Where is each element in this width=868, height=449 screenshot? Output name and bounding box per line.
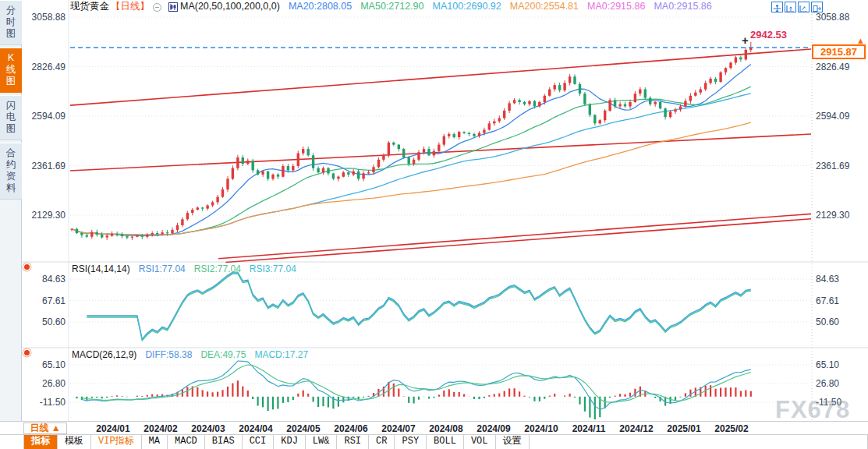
toolbar-item-LW&[interactable]: LW& bbox=[306, 435, 338, 449]
rsi-value-label: RSI2:77.04 bbox=[194, 263, 241, 274]
month-label: 2024/07 bbox=[377, 423, 420, 434]
axis-label: 26.80 bbox=[23, 378, 66, 389]
ma-values: MA20:2808.05MA50:2712.90MA100:2690.92MA2… bbox=[289, 1, 721, 12]
toolbar-item-模板[interactable]: 模板 bbox=[58, 435, 91, 449]
ma-value-label: MA0:2915.86 bbox=[654, 1, 711, 12]
macd-pane-header: MACD(26,12,9) DIFF:58.38DEA:49.75MACD:17… bbox=[72, 349, 317, 359]
rsi-value-label: RSI3:77.04 bbox=[250, 263, 296, 274]
gold-chart-app: 分时图K线图闪电图合约资料 现货黄金 【日线】 MA(20,50,100,200… bbox=[0, 0, 868, 449]
collapse-icon[interactable] bbox=[153, 3, 161, 12]
toolbar-item-RSI[interactable]: RSI bbox=[337, 435, 369, 449]
month-label: 2024/11 bbox=[567, 423, 611, 434]
scale-right-icon[interactable] bbox=[798, 2, 810, 12]
toolbar-filler bbox=[530, 435, 868, 449]
axis-label: 67.61 bbox=[816, 295, 839, 306]
macd-value-label: MACD:17.27 bbox=[254, 349, 308, 360]
last-price-marker: 2915.87 bbox=[812, 44, 866, 59]
price-up-arrow-icon: ▲ bbox=[856, 36, 865, 45]
axis-label: 2594.09 bbox=[23, 111, 66, 122]
axis-label: 50.60 bbox=[816, 316, 839, 327]
side-tab-2[interactable]: 闪电图 bbox=[0, 95, 22, 140]
left-tab-strip: 分时图K线图闪电图合约资料 bbox=[0, 0, 22, 421]
macd-value-label: DIFF:58.38 bbox=[145, 349, 192, 360]
time-axis: 日线 ▲ 2024/012024/022024/032024/042024/05… bbox=[0, 421, 868, 434]
rsi-indicator-sun-icon[interactable] bbox=[24, 264, 30, 270]
macd-settings-label: MACD(26,12,9) bbox=[72, 349, 136, 360]
axis-label: 2361.69 bbox=[23, 161, 66, 171]
axis-label: 67.61 bbox=[23, 295, 66, 306]
month-label: 2024/01 bbox=[91, 423, 135, 434]
pan-right-icon[interactable] bbox=[811, 2, 823, 12]
rsi-settings-label: RSI(14,14,14) bbox=[72, 263, 130, 274]
axis-label: 84.63 bbox=[816, 274, 839, 285]
macd-values: DIFF:58.38DEA:49.75MACD:17.27 bbox=[145, 349, 317, 360]
side-tab-1[interactable]: K线图 bbox=[0, 48, 22, 93]
axis-label: 84.63 bbox=[23, 274, 66, 285]
axis-label: 3058.88 bbox=[816, 12, 849, 23]
month-label: 2025/01 bbox=[662, 423, 706, 434]
ma-value-label: MA0:2915.86 bbox=[587, 1, 645, 12]
ma-settings-label: MA(20,50,100,200,0,0) bbox=[180, 1, 280, 12]
symbol-name: 现货黄金 bbox=[70, 0, 109, 13]
toolbar-item-BOLL[interactable]: BOLL bbox=[427, 435, 464, 449]
month-label: 2025/02 bbox=[710, 423, 753, 434]
month-label: 2024/03 bbox=[186, 423, 230, 434]
toolbar-item-CR[interactable]: CR bbox=[369, 435, 395, 449]
toolbar-item-VIP指标[interactable]: VIP指标 bbox=[91, 435, 142, 449]
toolbar-item-CCI[interactable]: CCI bbox=[243, 435, 275, 449]
ma-value-label: MA50:2712.90 bbox=[360, 1, 423, 12]
chart-tool-icons bbox=[771, 2, 823, 12]
month-label: 2024/12 bbox=[615, 423, 658, 434]
month-label: 2024/02 bbox=[139, 423, 182, 434]
axis-label: 2361.69 bbox=[816, 161, 849, 171]
toolbar-item-VOL[interactable]: VOL bbox=[464, 435, 496, 449]
month-label: 2024/06 bbox=[329, 423, 373, 434]
indicator-toolbar: 指标模板VIP指标MAMACDBIASCCIKDJLW&RSICRPSYBOLL… bbox=[0, 434, 868, 449]
side-tab-3[interactable]: 合约资料 bbox=[0, 143, 22, 200]
candlestick-mini-icon bbox=[168, 2, 178, 12]
macd-indicator-sun-icon[interactable] bbox=[24, 350, 30, 355]
toolbar-item-BIAS[interactable]: BIAS bbox=[205, 435, 243, 449]
toolbar-item-MA[interactable]: MA bbox=[142, 435, 168, 449]
watermark: FX678 bbox=[775, 396, 850, 424]
rsi-pane-header: RSI(14,14,14) RSI1:77.04RSI2:77.04RSI3:7… bbox=[72, 263, 305, 274]
toolbar-item-KDJ[interactable]: KDJ bbox=[274, 435, 306, 449]
toolbar-item-设置[interactable]: 设置 bbox=[496, 435, 530, 449]
rsi-values: RSI1:77.04RSI2:77.04RSI3:77.04 bbox=[139, 263, 305, 274]
axis-label: -11.50 bbox=[23, 397, 66, 408]
ma-value-label: MA100:2690.92 bbox=[433, 1, 501, 12]
month-label: 2024/09 bbox=[472, 423, 515, 434]
side-tab-0[interactable]: 分时图 bbox=[0, 0, 22, 45]
month-label: 2024/05 bbox=[282, 423, 325, 434]
ma-value-label: MA200:2554.81 bbox=[510, 1, 579, 12]
month-label: 2024/10 bbox=[519, 423, 563, 434]
axis-label: 65.10 bbox=[23, 359, 66, 370]
axis-label: 3058.88 bbox=[23, 12, 66, 23]
chart-canvas bbox=[0, 0, 868, 449]
axis-label: 50.60 bbox=[23, 316, 66, 327]
rsi-value-label: RSI1:77.04 bbox=[139, 263, 186, 274]
crosshair-icon[interactable] bbox=[771, 2, 783, 12]
month-label: 2024/04 bbox=[234, 423, 278, 434]
axis-label: 2129.30 bbox=[23, 210, 66, 221]
toolbar-item-指标[interactable]: 指标 bbox=[23, 435, 58, 449]
high-cross-marker: + bbox=[742, 34, 749, 47]
axis-label: 2826.49 bbox=[816, 62, 849, 72]
period-tag: 【日线】 bbox=[111, 0, 150, 13]
month-label: 2024/08 bbox=[424, 423, 468, 434]
toolbar-item-PSY[interactable]: PSY bbox=[395, 435, 427, 449]
axis-label: 2594.09 bbox=[816, 111, 849, 122]
axis-label: 2826.49 bbox=[23, 62, 66, 72]
period-selector[interactable]: 日线 ▲ bbox=[23, 422, 67, 434]
macd-value-label: DEA:49.75 bbox=[200, 349, 246, 360]
main-chart-header: 现货黄金 【日线】 MA(20,50,100,200,0,0) MA20:280… bbox=[70, 1, 721, 12]
scale-up-icon[interactable] bbox=[785, 2, 796, 12]
axis-label: 26.80 bbox=[816, 378, 839, 389]
axis-label: 65.10 bbox=[816, 359, 839, 370]
axis-label: 2129.30 bbox=[816, 210, 849, 221]
toolbar-item-MACD[interactable]: MACD bbox=[168, 435, 205, 449]
high-price-annotation: 2942.53 bbox=[750, 29, 787, 41]
ma-value-label: MA20:2808.05 bbox=[289, 1, 352, 12]
